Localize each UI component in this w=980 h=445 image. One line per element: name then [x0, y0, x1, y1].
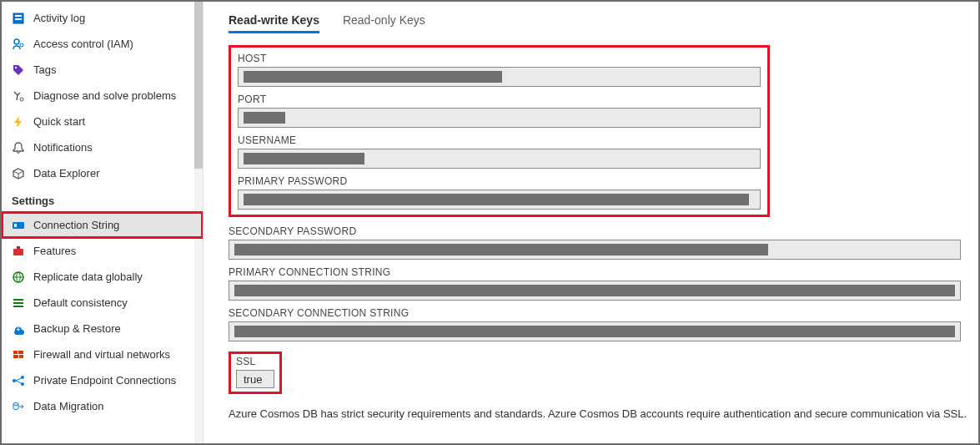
data-explorer-icon [12, 167, 25, 180]
sidebar-item-pe-connections[interactable]: Private Endpoint Connections [2, 367, 203, 393]
sidebar-item-features[interactable]: Features [2, 238, 203, 264]
svg-rect-2 [15, 18, 22, 20]
username-label: USERNAME [238, 134, 761, 146]
svg-point-3 [14, 39, 19, 44]
tags-icon [12, 63, 25, 77]
secondary-conn-field[interactable] [229, 321, 961, 341]
secondary-conn-label: SECONDARY CONNECTION STRING [229, 307, 962, 319]
secondary-password-label: SECONDARY PASSWORD [229, 225, 962, 237]
sidebar-item-label: Tags [33, 63, 56, 76]
port-field[interactable] [238, 108, 761, 128]
primary-conn-field[interactable] [229, 281, 961, 301]
svg-rect-10 [17, 246, 20, 249]
username-field[interactable] [238, 149, 761, 169]
backup-icon [12, 322, 25, 336]
sidebar-item-data-migration[interactable]: Data Migration [2, 393, 203, 419]
sidebar-item-data-explorer[interactable]: Data Explorer [2, 160, 203, 186]
secondary-password-field[interactable] [229, 240, 961, 260]
access-control-icon [12, 38, 25, 51]
sidebar-item-label: Activity log [33, 12, 85, 24]
svg-point-19 [13, 379, 16, 382]
data-migration-icon [12, 400, 25, 413]
keys-tabs: Read-write Keys Read-only Keys [229, 10, 978, 33]
svg-rect-12 [13, 299, 23, 301]
svg-point-6 [20, 98, 23, 101]
sidebar-item-label: Private Endpoint Connections [33, 374, 176, 387]
sidebar-item-label: Notifications [33, 141, 93, 154]
sidebar-scrollbar-thumb[interactable] [194, 2, 203, 169]
replicate-icon [12, 271, 25, 284]
sidebar-item-label: Data Explorer [33, 167, 99, 180]
svg-rect-9 [13, 249, 23, 255]
sidebar-item-label: Access control (IAM) [33, 38, 133, 50]
host-label: HOST [238, 53, 761, 64]
quick-start-icon [12, 115, 25, 129]
secondary-conn-redacted [234, 326, 955, 337]
secondary-password-redacted [234, 244, 768, 255]
sidebar-item-connection-string[interactable]: Connection String [2, 212, 203, 238]
notifications-icon [12, 141, 25, 154]
sidebar-item-firewall[interactable]: Firewall and virtual networks [2, 341, 203, 367]
firewall-icon [12, 348, 25, 362]
sidebar-item-label: Connection String [33, 219, 119, 231]
primary-conn-label: PRIMARY CONNECTION STRING [229, 266, 962, 278]
tab-read-only-keys[interactable]: Read-only Keys [343, 10, 425, 33]
sidebar-item-access-control[interactable]: Access control (IAM) [2, 31, 203, 57]
svg-point-5 [15, 66, 17, 68]
sidebar-item-label: Firewall and virtual networks [33, 348, 170, 361]
sidebar-item-tags[interactable]: Tags [2, 57, 203, 83]
primary-conn-redacted [234, 285, 955, 296]
sidebar-item-replicate[interactable]: Replicate data globally [2, 264, 203, 290]
diagnose-icon [12, 89, 25, 103]
ssl-value: true [237, 373, 269, 386]
sidebar-item-quick-start[interactable]: Quick start [2, 109, 203, 134]
svg-rect-1 [15, 15, 22, 17]
main-panel: Read-write Keys Read-only Keys HOST PORT… [204, 2, 978, 443]
sidebar-item-label: Diagnose and solve problems [33, 89, 176, 102]
connection-string-icon [12, 219, 25, 232]
primary-password-field[interactable] [238, 190, 761, 210]
host-redacted [244, 71, 502, 83]
svg-point-20 [21, 376, 24, 379]
svg-rect-14 [13, 306, 23, 307]
sidebar-item-label: Features [33, 245, 76, 257]
sidebar-item-label: Default consistency [33, 296, 128, 309]
ssl-label: SSL [236, 356, 274, 367]
pe-connections-icon [12, 374, 25, 387]
features-icon [12, 245, 25, 258]
sidebar-item-label: Backup & Restore [33, 322, 121, 335]
security-note: Azure Cosmos DB has strict security requ… [229, 406, 978, 422]
port-redacted [244, 112, 285, 124]
svg-rect-17 [13, 355, 18, 358]
sidebar: Activity log Access control (IAM) Tags D… [2, 2, 204, 443]
username-redacted [244, 153, 364, 164]
sidebar-item-notifications[interactable]: Notifications [2, 134, 203, 160]
sidebar-item-label: Data Migration [33, 400, 104, 412]
sidebar-item-backup[interactable]: Backup & Restore [2, 316, 203, 341]
primary-password-redacted [244, 194, 749, 205]
primary-password-label: PRIMARY PASSWORD [238, 175, 761, 187]
highlighted-connection-fields: HOST PORT USERNAME PRIMARY PASSWORD [229, 45, 770, 217]
ssl-field[interactable]: true [236, 370, 274, 388]
sidebar-item-label: Replicate data globally [33, 271, 143, 283]
svg-rect-16 [18, 351, 23, 354]
highlighted-ssl-field: SSL true [229, 351, 282, 394]
sidebar-item-diagnose[interactable]: Diagnose and solve problems [2, 83, 203, 109]
svg-point-21 [21, 382, 24, 386]
port-label: PORT [238, 94, 761, 105]
consistency-icon [12, 296, 25, 310]
activity-log-icon [12, 12, 25, 25]
svg-rect-13 [13, 302, 23, 304]
svg-rect-8 [14, 224, 17, 227]
svg-rect-18 [19, 355, 23, 358]
svg-point-4 [20, 43, 23, 47]
sidebar-item-consistency[interactable]: Default consistency [2, 290, 203, 316]
sidebar-section-settings: Settings [2, 186, 203, 212]
svg-point-22 [13, 402, 18, 405]
sidebar-item-label: Quick start [33, 115, 85, 128]
svg-rect-15 [13, 351, 18, 354]
host-field[interactable] [238, 67, 761, 87]
tab-read-write-keys[interactable]: Read-write Keys [229, 10, 319, 33]
sidebar-item-activity-log[interactable]: Activity log [2, 5, 203, 31]
